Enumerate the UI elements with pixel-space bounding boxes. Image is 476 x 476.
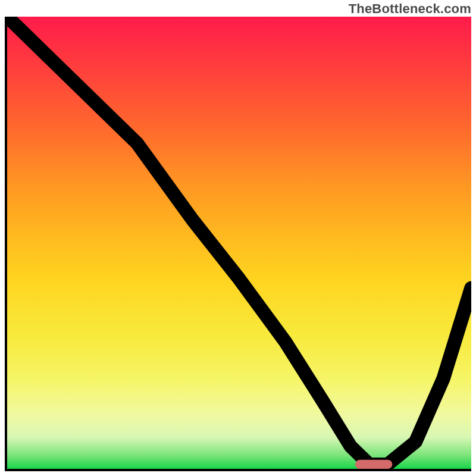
plot-area bbox=[5, 17, 471, 471]
watermark-text: TheBottleneck.com bbox=[349, 1, 471, 17]
curve-svg bbox=[7, 17, 471, 469]
optimum-marker bbox=[355, 460, 392, 469]
bottleneck-chart: TheBottleneck.com bbox=[0, 0, 476, 476]
bottleneck-curve bbox=[7, 17, 471, 464]
